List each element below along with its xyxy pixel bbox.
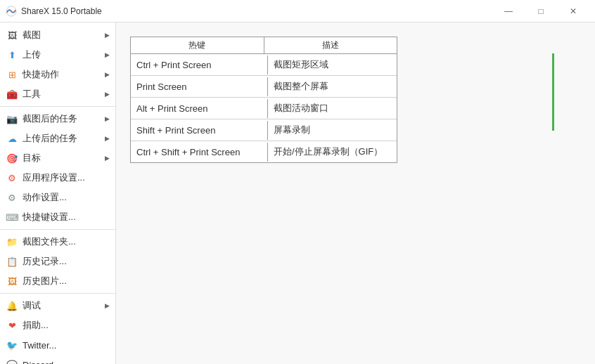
- menu-item-after-upload[interactable]: ☁上传后的任务▶: [0, 129, 115, 148]
- menu-item-donate[interactable]: ❤捐助...: [0, 316, 115, 335]
- destination-arrow: ▶: [105, 155, 110, 162]
- image-history-label: 历史图片...: [23, 275, 110, 287]
- after-capture-arrow: ▶: [105, 115, 110, 122]
- menu-divider-divider2: [0, 229, 115, 230]
- menu-item-after-capture[interactable]: 📷截图后的任务▶: [0, 109, 115, 129]
- hotkey-settings-icon: ⌨: [6, 211, 18, 223]
- popup-row-4: Ctrl + Shift + Print Screen开始/停止屏幕录制（GIF…: [131, 141, 397, 162]
- popup-header: 热键 描述: [131, 37, 397, 54]
- menu-item-image-history[interactable]: 🖼历史图片...: [0, 271, 115, 291]
- menu-item-discord[interactable]: 💬Discord...: [0, 355, 115, 364]
- green-indicator-3: [552, 84, 554, 100]
- popup-row-1-desc: 截图整个屏幕: [268, 76, 397, 97]
- popup-header-hotkey-label: 热键: [131, 37, 264, 53]
- main-content: 🖼截图▶⬆上传▶⊞快捷动作▶🧰工具▶📷截图后的任务▶☁上传后的任务▶🎯目标▶⚙应…: [0, 22, 595, 364]
- image-history-icon: 🖼: [6, 275, 18, 287]
- menu-item-quick-action[interactable]: ⊞快捷动作▶: [0, 65, 115, 84]
- twitter-label: Twitter...: [23, 340, 110, 351]
- green-indicator-1: [552, 53, 554, 69]
- left-menu: 🖼截图▶⬆上传▶⊞快捷动作▶🧰工具▶📷截图后的任务▶☁上传后的任务▶🎯目标▶⚙应…: [0, 22, 116, 364]
- popup-row-3: Shift + Print Screen屏幕录制: [131, 119, 397, 141]
- popup-row-1: Print Screen截图整个屏幕: [131, 76, 397, 98]
- popup-row-2-hotkey: Alt + Print Screen: [131, 99, 268, 118]
- popup-row-0-desc: 截图矩形区域: [268, 54, 397, 75]
- app-settings-label: 应用程序设置...: [23, 171, 110, 184]
- hotkey-popup: 热键 描述 Ctrl + Print Screen截图矩形区域Print Scr…: [130, 37, 397, 163]
- twitter-icon: 🐦: [6, 339, 18, 351]
- popup-row-1-hotkey: Print Screen: [131, 77, 268, 96]
- popup-row-2: Alt + Print Screen截图活动窗口: [131, 98, 397, 119]
- menu-item-history[interactable]: 📋历史记录...: [0, 252, 115, 271]
- app-settings-icon: ⚙: [6, 171, 18, 184]
- green-indicator-5: [552, 115, 554, 131]
- folder-icon: 📁: [6, 235, 18, 248]
- after-upload-arrow: ▶: [105, 135, 110, 142]
- popup-rows: Ctrl + Print Screen截图矩形区域Print Screen截图整…: [131, 54, 397, 162]
- action-settings-label: 动作设置...: [23, 191, 110, 204]
- menu-divider-divider3: [0, 293, 115, 294]
- menu-item-screenshot[interactable]: 🖼截图▶: [0, 25, 115, 45]
- menu-item-upload[interactable]: ⬆上传▶: [0, 45, 115, 65]
- debug-icon: 🔔: [6, 299, 18, 312]
- folder-label: 截图文件夹...: [23, 235, 110, 248]
- popup-row-0: Ctrl + Print Screen截图矩形区域: [131, 54, 397, 76]
- menu-item-action-settings[interactable]: ⚙动作设置...: [0, 188, 115, 207]
- donate-label: 捐助...: [23, 319, 110, 332]
- popup-header-desc-label: 描述: [264, 37, 397, 53]
- popup-row-4-desc: 开始/停止屏幕录制（GIF）: [268, 141, 397, 162]
- destination-icon: 🎯: [6, 152, 18, 164]
- menu-item-debug[interactable]: 🔔调试▶: [0, 296, 115, 316]
- screenshot-label: 截图: [23, 29, 105, 41]
- upload-icon: ⬆: [6, 48, 18, 61]
- menu-item-hotkey-settings[interactable]: ⌨快捷键设置...: [0, 207, 115, 227]
- minimize-button[interactable]: —: [492, 0, 525, 22]
- title-bar: ShareX 15.0 Portable — □ ✕: [0, 0, 595, 22]
- popup-row-4-hotkey: Ctrl + Shift + Print Screen: [131, 143, 268, 162]
- popup-row-3-desc: 屏幕录制: [268, 119, 397, 141]
- history-icon: 📋: [6, 255, 18, 268]
- after-capture-icon: 📷: [6, 112, 18, 125]
- discord-icon: 💬: [6, 358, 18, 364]
- destination-label: 目标: [23, 152, 105, 164]
- app-icon: [6, 6, 17, 17]
- donate-icon: ❤: [6, 319, 18, 332]
- popup-row-3-hotkey: Shift + Print Screen: [131, 121, 268, 140]
- after-upload-label: 上传后的任务: [23, 132, 105, 145]
- debug-label: 调试: [23, 299, 105, 312]
- after-capture-label: 截图后的任务: [23, 112, 105, 125]
- popup-row-0-hotkey: Ctrl + Print Screen: [131, 56, 268, 74]
- screenshot-icon: 🖼: [6, 29, 18, 41]
- green-indicator-2: [552, 69, 554, 84]
- after-upload-icon: ☁: [6, 132, 18, 145]
- menu-item-tools[interactable]: 🧰工具▶: [0, 84, 115, 104]
- menu-item-destination[interactable]: 🎯目标▶: [0, 148, 115, 168]
- discord-label: Discord...: [23, 360, 110, 365]
- action-settings-icon: ⚙: [6, 191, 18, 204]
- debug-arrow: ▶: [105, 302, 110, 309]
- menu-item-twitter[interactable]: 🐦Twitter...: [0, 335, 115, 355]
- screenshot-arrow: ▶: [105, 32, 110, 39]
- maximize-button[interactable]: □: [525, 0, 557, 22]
- app-title: ShareX 15.0 Portable: [21, 6, 492, 16]
- quick-action-label: 快捷动作: [23, 68, 105, 81]
- quick-action-arrow: ▶: [105, 71, 110, 78]
- close-button[interactable]: ✕: [557, 0, 589, 22]
- tools-label: 工具: [23, 88, 105, 100]
- tools-icon: 🧰: [6, 88, 18, 100]
- upload-arrow: ▶: [105, 51, 110, 58]
- menu-item-app-settings[interactable]: ⚙应用程序设置...: [0, 168, 115, 188]
- menu-item-folder[interactable]: 📁截图文件夹...: [0, 232, 115, 252]
- window-controls: — □ ✕: [492, 0, 589, 22]
- hotkey-settings-label: 快捷键设置...: [23, 211, 110, 223]
- upload-label: 上传: [23, 48, 105, 61]
- quick-action-icon: ⊞: [6, 68, 18, 81]
- popup-row-2-desc: 截图活动窗口: [268, 98, 397, 119]
- history-label: 历史记录...: [23, 255, 110, 268]
- menu-divider-divider1: [0, 106, 115, 107]
- tools-arrow: ▶: [105, 91, 110, 98]
- right-panel: 热键 描述 Ctrl + Print Screen截图矩形区域Print Scr…: [116, 22, 595, 364]
- green-indicator-4: [552, 100, 554, 115]
